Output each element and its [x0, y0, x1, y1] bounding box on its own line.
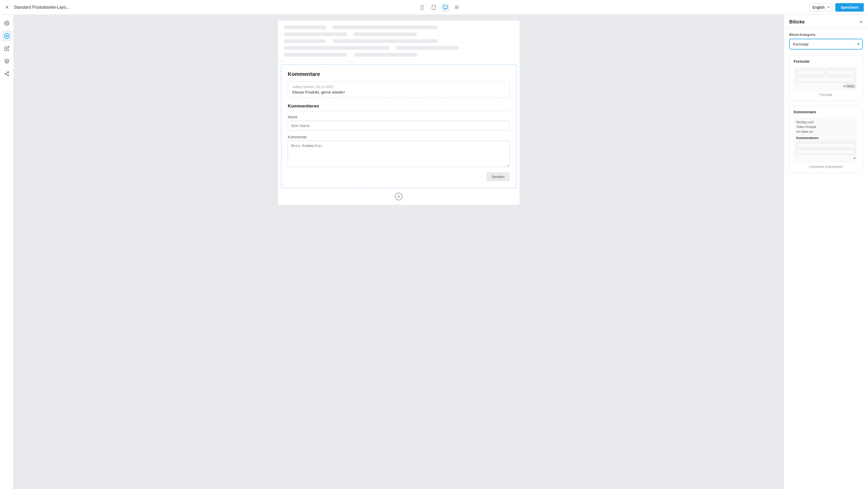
comments-block-preview: Richtig cool!Tolles ProduktIch liebe es!… [794, 117, 858, 163]
mobile-view-button[interactable] [418, 3, 426, 11]
formular-block-title: Formular [794, 59, 858, 63]
skeleton-block [278, 20, 520, 62]
heart-icon: ♥ [843, 84, 845, 88]
skeleton-bar [353, 32, 417, 36]
name-label: Name [288, 115, 509, 119]
panel-title: Blöcke [789, 19, 805, 25]
close-button[interactable]: × [4, 3, 10, 12]
name-field: Name [288, 115, 509, 131]
comments-preview-input-2 [796, 149, 856, 155]
svg-rect-2 [432, 5, 436, 9]
comments-block-label: Comments Everywhere! [794, 165, 858, 169]
settings-icon-button[interactable] [2, 18, 12, 28]
comment-item: Jeffrey Boehm, 03.12.2023 Klasse Produkt… [288, 82, 509, 98]
comment-label: Kommentar [288, 135, 509, 139]
comment-textarea[interactable] [288, 141, 509, 167]
skeleton-bar [284, 46, 390, 50]
svg-line-19 [6, 74, 8, 75]
add-block-button[interactable] [278, 192, 520, 201]
add-block-icon-button[interactable] [2, 31, 12, 41]
comment-form: Kommentieren Name Kommentar Senden [288, 101, 509, 181]
heart-icon-2: ♥ [854, 156, 856, 160]
view-switcher [418, 3, 461, 11]
formular-block-preview: Send ♥ [794, 67, 858, 91]
svg-point-11 [6, 23, 7, 24]
skeleton-bar [396, 46, 459, 50]
skeleton-bar [333, 26, 438, 29]
save-button[interactable]: Speichern [835, 3, 864, 11]
layers-icon-button[interactable] [2, 56, 12, 66]
formular-block-card[interactable]: Formular Send ♥ Formular [789, 55, 863, 101]
block-category-label: Block-Kategorie [789, 33, 863, 37]
svg-point-17 [5, 73, 6, 74]
formular-block-label: Formular [794, 93, 858, 97]
svg-rect-4 [443, 5, 448, 8]
submit-button[interactable]: Senden [487, 172, 509, 181]
desktop-view-button[interactable] [441, 3, 450, 11]
skeleton-bar [333, 39, 438, 43]
comments-block-card[interactable]: Kommentare Richtig cool!Tolles ProduktIc… [789, 105, 863, 173]
block-category-select[interactable]: Formular Layout Text Media [789, 39, 863, 50]
tablet-view-button[interactable] [430, 3, 438, 11]
right-panel: Blöcke × Block-Kategorie Formular Layout… [784, 15, 868, 489]
skeleton-bar [284, 32, 347, 36]
topbar: × Standard Produktseite-Layo... English … [0, 0, 868, 15]
comments-heading: Kommentare [288, 71, 509, 77]
comments-section: Kommentare Jeffrey Boehm, 03.12.2023 Kla… [281, 64, 517, 188]
svg-point-18 [7, 74, 9, 76]
panel-header: Blöcke × [784, 15, 868, 28]
form-actions: Senden [288, 172, 509, 181]
svg-marker-15 [4, 59, 9, 61]
form-preview-textarea [796, 77, 856, 83]
svg-line-20 [6, 72, 8, 73]
svg-rect-0 [421, 5, 423, 9]
language-select[interactable]: English [809, 3, 832, 11]
edit-icon-button[interactable] [2, 43, 12, 54]
skeleton-bar [284, 39, 326, 43]
skeleton-bar [353, 53, 417, 57]
main-layout: Kommentare Jeffrey Boehm, 03.12.2023 Kla… [0, 15, 868, 489]
comment-text: Klasse Produkt, gerne wieder! [292, 90, 505, 94]
svg-point-16 [7, 72, 9, 73]
panel-body: Block-Kategorie Formular Layout Text Med… [784, 28, 868, 489]
page-title: Standard Produktseite-Layo... [14, 5, 70, 10]
page-canvas: Kommentare Jeffrey Boehm, 03.12.2023 Kla… [277, 20, 520, 205]
canvas-area: Kommentare Jeffrey Boehm, 03.12.2023 Kla… [14, 15, 784, 489]
topbar-left: × Standard Produktseite-Layo... [4, 3, 70, 12]
topbar-right: English Speichern [809, 3, 864, 11]
share-icon-button[interactable] [2, 68, 12, 79]
skeleton-bar [284, 53, 347, 57]
sidebar-icons [0, 15, 14, 489]
comment-author: Jeffrey Boehm, 03.12.2023 [292, 85, 505, 89]
comments-preview-subtitle: Kommentieren [796, 136, 856, 141]
name-input[interactable] [288, 121, 509, 131]
comments-block-title: Kommentare [794, 110, 858, 114]
skeleton-bar [284, 26, 326, 29]
comment-field: Kommentar [288, 135, 509, 168]
comments-preview-input-1 [796, 143, 856, 148]
code-view-button[interactable] [453, 3, 461, 11]
form-preview-send: Send [845, 84, 856, 88]
form-section-title: Kommentieren [288, 101, 509, 111]
form-preview-input-1 [796, 69, 825, 75]
form-preview-input-2 [827, 69, 856, 75]
comments-preview-text: Richtig cool!Tolles ProduktIch liebe es! [796, 120, 856, 134]
panel-close-button[interactable]: × [860, 19, 863, 25]
